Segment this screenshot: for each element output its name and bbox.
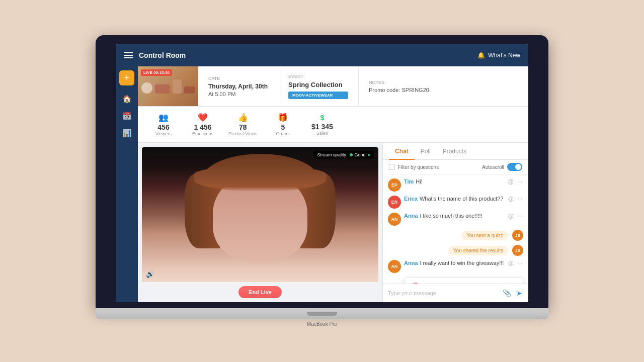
attachment-button[interactable]: 📎 [502,288,512,298]
avatar-erica: ER [388,196,401,209]
emoticons-label: Emoticons [192,131,213,136]
tab-chat[interactable]: Chat [389,143,415,160]
chat-filter-row: Filter by questions Autoscroll [383,160,528,174]
live-badge: LIVE 00:15:30 [141,69,172,76]
message-text-anna1: I like so much this one!!!!! [420,213,482,219]
stat-sales: $ $1 345 Sales [304,112,340,138]
message-text-tim: Hi! [416,178,422,185]
product-views-label: Product Views [228,131,257,136]
laptop-notch [307,312,337,316]
viewers-label: Viewers [155,131,172,136]
context-menu-remove[interactable]: 🚫 Remove Message [405,280,523,284]
laptop-frame: Control Room 🔔 What's New + 🏠 📅 📊 [96,35,548,327]
stream-quality-badge: Stream quality: Good ● [313,151,375,159]
stats-row: 👥 456 Viewers ❤️ 1 456 Emoticons 👍 [138,107,528,143]
bottom-content: Stream quality: Good ● 🔊 End Live [138,143,528,302]
event-label: Event [288,74,348,79]
viewers-icon: 👥 [158,113,169,122]
message-text-erica: What's the name of this product?? [420,196,504,202]
message-actions-tim: @ ··· [507,178,523,185]
volume-control[interactable]: 🔊 [146,270,154,278]
sales-label: Sales [316,131,328,136]
app-container: Control Room 🔔 What's New + 🏠 📅 📊 [116,44,528,302]
time-value: At 5:00 PM [208,91,268,97]
signal-icon: ● [368,152,370,157]
event-tag: MOOV-ACTIVEWEAR [288,92,348,99]
tab-poll[interactable]: Poll [415,143,437,160]
filter-questions-checkbox[interactable] [389,164,395,170]
event-name: Spring Collection [288,81,348,88]
chat-messages: EP Tim Hi! @ ··· [383,174,528,284]
bell-icon: 🔔 [477,52,485,59]
message-content-anna1: Anna I like so much this one!!!!! @ ··· [404,213,523,219]
stat-emoticons: ❤️ 1 456 Emoticons [185,111,220,138]
send-button[interactable]: ➤ [515,288,523,298]
emoticons-icon: ❤️ [198,113,208,122]
avatar-anna2: AN [388,260,401,273]
message-content-anna2: Anna I really want to win the giveaway!!… [404,260,523,266]
at-button-tim[interactable]: @ [507,178,515,185]
date-label: Date [208,76,268,81]
chat-section: Chat Poll Products Filter by questions [382,143,528,302]
stat-orders: 🎁 5 Orders [265,111,300,138]
topbar-title: Control Room [139,51,186,59]
autoscroll-switch[interactable] [507,163,522,171]
system-avatar-quiz: JE [512,230,523,241]
chat-input[interactable] [388,290,499,296]
message-actions-erica: @ ··· [507,196,523,202]
quality-value: Good [355,152,366,157]
username-erica: Erica [404,196,418,202]
whats-new-button[interactable]: 🔔 What's New [477,52,520,59]
more-button-anna2[interactable]: ··· [517,260,523,266]
quiz-message-text: You sent a quizz [461,231,508,240]
video-container: Stream quality: Good ● 🔊 [142,147,378,282]
more-button-anna1[interactable]: ··· [517,213,523,219]
screen-bezel: Control Room 🔔 What's New + 🏠 📅 📊 [96,35,548,308]
sidebar: + 🏠 📅 📊 [116,66,138,302]
message-content-erica: Erica What's the name of this product?? … [404,196,523,202]
at-button-anna2[interactable]: @ [507,260,515,266]
results-message-text: You shared the results [448,246,508,255]
screen: Control Room 🔔 What's New + 🏠 📅 📊 [116,44,528,302]
chat-message-erica: ER Erica What's the name of this product… [388,196,523,209]
sales-icon: $ [320,114,324,122]
sidebar-item-calendar[interactable]: 📅 [119,109,134,124]
at-button-anna1[interactable]: @ [507,213,515,219]
orders-value: 5 [281,123,285,131]
username-anna2: Anna [404,260,418,266]
orders-label: Orders [276,131,290,136]
more-button-tim[interactable]: ··· [517,178,523,185]
end-live-button[interactable]: End Live [238,286,282,298]
at-button-erica[interactable]: @ [507,196,515,202]
sidebar-item-home[interactable]: 🏠 [119,92,134,107]
main-layout: + 🏠 📅 📊 [116,66,528,302]
event-thumbnail: LIVE 00:15:30 [138,66,198,106]
stat-product-views: 👍 78 Product Views [224,111,261,138]
date-value: Thursday, April, 30th [208,83,268,90]
notes-label: Notes [369,80,429,85]
event-date-section: Date Thursday, April, 30th At 5:00 PM [198,66,278,106]
username-tim: Tim [404,178,414,185]
notes-text: Promo code: SPRING20 [369,87,429,93]
more-button-erica[interactable]: ··· [517,196,523,202]
sidebar-item-stats[interactable]: 📊 [119,126,134,141]
filter-questions-label[interactable]: Filter by questions [389,164,439,170]
system-avatar-results: JE [512,245,523,256]
add-button[interactable]: + [119,70,134,85]
sales-value: $1 345 [311,123,333,131]
system-message-quiz: You sent a quizz JE [388,230,523,241]
video-feed [142,147,378,282]
menu-icon[interactable] [124,52,133,58]
quality-indicator [350,153,353,156]
message-actions-anna2: @ ··· [507,260,523,266]
system-message-results: You shared the results JE [388,245,523,256]
chat-message-tim: EP Tim Hi! @ ··· [388,178,523,192]
product-views-value: 78 [239,123,247,131]
avatar-anna1: AN [388,213,401,226]
chat-input-row: 📎 ➤ [383,284,528,302]
tab-products[interactable]: Products [437,143,472,160]
message-content-tim: Tim Hi! @ ··· [404,178,523,185]
event-name-section: Event Spring Collection MOOV-ACTIVEWEAR [278,66,359,106]
autoscroll-toggle: Autoscroll [482,163,522,171]
message-actions-anna1: @ ··· [507,213,523,219]
